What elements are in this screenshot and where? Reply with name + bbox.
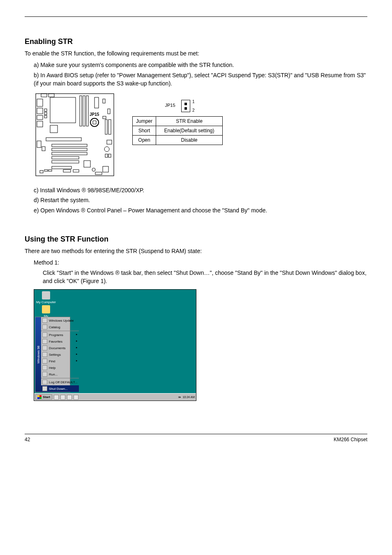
enable-step-c: c) Install Windows ® 98/98SE/ME/2000/XP. xyxy=(34,186,367,194)
quick-launch-item-1[interactable] xyxy=(54,395,59,400)
svg-rect-25 xyxy=(52,144,87,147)
svg-rect-43 xyxy=(73,170,79,172)
quick-launch-item-2[interactable] xyxy=(60,395,65,400)
svg-rect-39 xyxy=(107,140,112,144)
start-menu-item-find[interactable]: Find ▸ xyxy=(41,358,79,364)
jumper-table: Jumper STR Enable Short Enable(Default s… xyxy=(132,116,223,145)
start-menu-item-help[interactable]: Help xyxy=(41,364,79,371)
svg-rect-36 xyxy=(103,166,108,172)
start-menu-item-documents[interactable]: Documents ▸ xyxy=(41,345,79,351)
svg-rect-30 xyxy=(52,166,71,169)
jumper-pin-1-square xyxy=(184,103,187,105)
start-menu-separator xyxy=(41,331,79,331)
enabling-str-heading: Enabling STR xyxy=(25,37,367,46)
jumper-info-block: JP15 1 2 Jumper STR Enable Short Enable(… xyxy=(132,100,223,145)
taskbar: Start 🕪 10:24 AM xyxy=(34,393,196,401)
start-button[interactable]: Start xyxy=(35,394,52,400)
svg-rect-33 xyxy=(48,170,52,171)
start-menu-item-run[interactable]: Run... xyxy=(41,371,79,378)
horizontal-rule-top xyxy=(25,16,367,17)
my-computer-label: My Computer xyxy=(36,300,56,304)
taskbar-clock: 10:24 AM xyxy=(182,396,195,398)
chevron-right-icon: ▸ xyxy=(76,352,78,356)
power-icon xyxy=(42,386,47,391)
enable-step-b: b) In Award BIOS setup (refer to "Power … xyxy=(34,71,367,88)
svg-rect-22 xyxy=(93,121,96,124)
jumper-table-r1c2: Enable(Default setting) xyxy=(156,126,223,136)
shut-down-label: Shut Down... xyxy=(49,387,68,391)
windows-flag-icon xyxy=(37,395,42,399)
jumper-table-r2c2: Disable xyxy=(156,136,223,145)
svg-rect-5 xyxy=(37,115,43,120)
svg-rect-12 xyxy=(50,125,58,133)
question-icon xyxy=(42,365,47,370)
start-menu-item-log-off[interactable]: Log Off DEFAULT... xyxy=(41,379,79,385)
svg-rect-21 xyxy=(105,120,107,134)
svg-rect-27 xyxy=(52,152,87,155)
documents-label: Documents xyxy=(49,346,65,350)
svg-rect-41 xyxy=(105,154,108,157)
svg-rect-17 xyxy=(103,99,105,103)
svg-rect-13 xyxy=(80,96,82,126)
windows-screenshot: My Computer My Documents Internet Explor… xyxy=(34,289,196,401)
svg-rect-16 xyxy=(95,97,99,108)
svg-rect-37 xyxy=(95,172,102,175)
gear-icon xyxy=(42,352,47,357)
quick-launch-item-3[interactable] xyxy=(67,395,72,400)
start-button-label: Start xyxy=(43,395,50,399)
key-icon xyxy=(42,380,47,385)
settings-label: Settings xyxy=(49,353,61,357)
chevron-right-icon: ▸ xyxy=(76,333,78,336)
jumper-table-r2c1: Open xyxy=(133,136,156,145)
jumper-diagram-row: JP15 JP15 1 2 Jumper STR Enable Short xyxy=(34,92,367,178)
tray-volume-icon[interactable]: 🕪 xyxy=(178,396,181,398)
svg-rect-32 xyxy=(44,170,48,171)
programs-label: Programs xyxy=(49,333,63,337)
folder-icon xyxy=(42,305,50,313)
svg-rect-9 xyxy=(44,112,47,115)
method-1-instruction: Click "Start" in the Windows ® task bar,… xyxy=(43,269,367,286)
start-menu-item-catalog[interactable]: Catalog xyxy=(41,324,79,330)
svg-rect-24 xyxy=(46,138,81,141)
jumper-marker-label: JP15 xyxy=(90,112,99,117)
svg-rect-11 xyxy=(50,97,76,123)
svg-rect-18 xyxy=(108,109,110,114)
quick-launch-item-4[interactable] xyxy=(74,395,78,400)
desktop-icon-my-computer[interactable]: My Computer xyxy=(36,291,56,304)
svg-rect-29 xyxy=(52,161,79,163)
svg-rect-8 xyxy=(44,109,47,111)
svg-rect-6 xyxy=(37,121,43,127)
search-icon xyxy=(42,359,47,364)
start-menu-item-shut-down[interactable]: Shut Down... xyxy=(41,385,79,392)
start-menu-item-settings[interactable]: Settings ▸ xyxy=(41,351,79,358)
book-icon xyxy=(42,325,47,329)
jumper-pin-diagram: 1 2 xyxy=(181,100,190,112)
windows-update-label: Windows Update xyxy=(49,319,74,322)
start-menu-item-windows-update[interactable]: Windows Update xyxy=(41,317,79,324)
start-menu-item-favorites[interactable]: Favorites ▸ xyxy=(41,338,79,345)
svg-rect-2 xyxy=(48,94,54,97)
start-menu-item-programs[interactable]: Programs ▸ xyxy=(41,332,79,338)
enable-str-intro: To enable the STR function, the followin… xyxy=(25,49,367,58)
svg-rect-42 xyxy=(108,154,111,157)
chevron-right-icon: ▸ xyxy=(76,359,78,362)
svg-rect-31 xyxy=(42,147,45,151)
start-menu[interactable]: Windows 98 Windows Update Catalog Progra… xyxy=(35,317,70,392)
globe-icon xyxy=(42,318,47,323)
catalog-label: Catalog xyxy=(49,325,60,329)
svg-rect-34 xyxy=(40,170,43,173)
method-1-label: Method 1: xyxy=(34,258,367,267)
start-menu-stripe: Windows 98 xyxy=(35,317,41,392)
documents-icon xyxy=(42,345,47,350)
svg-rect-3 xyxy=(37,99,43,106)
enable-step-a: a) Make sure your system's components ar… xyxy=(34,61,367,69)
chevron-right-icon: ▸ xyxy=(76,339,78,343)
footer-chipset-label: KM266 Chipset xyxy=(334,437,367,442)
star-icon xyxy=(42,339,47,344)
svg-rect-35 xyxy=(84,161,90,167)
svg-point-40 xyxy=(104,147,109,152)
jumper-pin-1-label: 1 xyxy=(192,99,195,104)
svg-rect-0 xyxy=(36,94,114,176)
svg-rect-15 xyxy=(86,96,88,126)
jumper-table-header-2: STR Enable xyxy=(156,117,223,126)
